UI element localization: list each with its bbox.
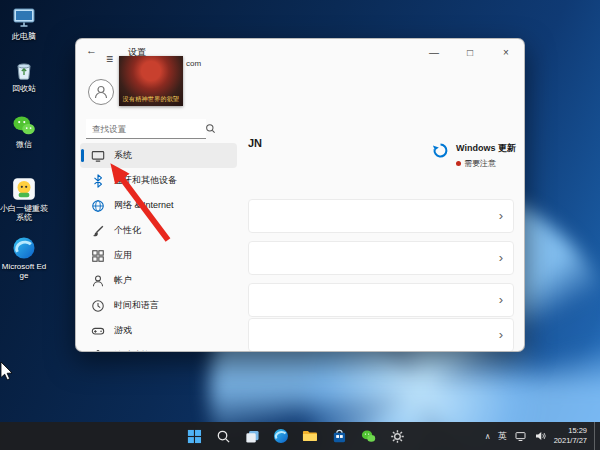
- system-tray: ∧ 英 15:29 2021/7/27: [485, 422, 597, 450]
- nav-item-time-language[interactable]: 时间和语言: [80, 293, 237, 318]
- settings-row[interactable]: ›: [248, 199, 514, 233]
- show-desktop-button[interactable]: [594, 422, 597, 450]
- taskbar-task-view-button[interactable]: [240, 424, 264, 448]
- windows-update-status: 需要注意: [456, 158, 516, 169]
- nav-item-system[interactable]: 系统: [80, 143, 237, 168]
- xiaobai-icon: [11, 176, 37, 202]
- accessibility-icon: [91, 349, 105, 353]
- back-button[interactable]: ←: [86, 44, 97, 56]
- search-input[interactable]: [86, 124, 205, 134]
- apps-icon: [91, 249, 105, 263]
- volume-icon[interactable]: [534, 430, 547, 442]
- nav-label: 帐户: [114, 274, 132, 287]
- folder-icon: [302, 428, 318, 444]
- desktop-icon-label: 小白一键重装系统: [0, 204, 48, 222]
- nav-item-accounts[interactable]: 帐户: [80, 268, 237, 293]
- gear-icon: [389, 429, 404, 444]
- search-icon: [205, 123, 216, 134]
- taskbar: ∧ 英 15:29 2021/7/27: [0, 422, 600, 450]
- this-pc-icon: [11, 6, 37, 30]
- account-avatar[interactable]: [88, 79, 114, 105]
- nav-label: 网络 & Internet: [114, 199, 174, 212]
- photo-caption: 没有精神世界的欲望: [119, 95, 183, 104]
- chevron-right-icon: ›: [499, 208, 503, 223]
- account-email: com: [186, 59, 201, 68]
- chevron-right-icon: ›: [499, 292, 503, 307]
- clock-icon: [91, 299, 105, 313]
- windows-logo-icon: [186, 429, 201, 444]
- nav-label: 辅助功能: [114, 349, 150, 352]
- taskbar-wechat-button[interactable]: [356, 424, 380, 448]
- store-icon: [331, 429, 346, 444]
- window-controls: — □ ×: [416, 39, 524, 65]
- wechat-icon: [11, 114, 37, 138]
- desktop-icon-xiaobai[interactable]: 小白一键重装系统: [0, 176, 48, 222]
- nav-label: 系统: [114, 149, 132, 162]
- tray-time: 15:29: [554, 426, 587, 436]
- wechat-icon: [360, 429, 375, 444]
- gamepad-icon: [91, 324, 105, 338]
- windows-update-icon: [432, 142, 449, 159]
- account-photo: 没有精神世界的欲望: [119, 56, 183, 106]
- personalization-icon: [91, 224, 105, 238]
- tray-overflow-chevron[interactable]: ∧: [485, 432, 491, 441]
- nav-item-network-internet[interactable]: 网络 & Internet: [80, 193, 237, 218]
- desktop-icon-label: Microsoft Edge: [0, 262, 48, 280]
- maximize-button[interactable]: □: [452, 39, 488, 65]
- settings-nav: 系统 蓝牙和其他设备 网络 & Internet 个性化 应用 帐户: [80, 143, 237, 352]
- network-icon[interactable]: [514, 430, 527, 442]
- minimize-button[interactable]: —: [416, 39, 452, 65]
- windows-update-shortcut[interactable]: Windows 更新 需要注意: [432, 142, 516, 169]
- desktop-icon-this-pc[interactable]: 此电脑: [0, 6, 48, 41]
- desktop-icon-wechat[interactable]: 微信: [0, 114, 48, 149]
- edge-icon: [12, 236, 36, 260]
- recycle-bin-icon: [12, 58, 36, 82]
- nav-item-accessibility[interactable]: 辅助功能: [80, 343, 237, 352]
- edge-icon: [273, 428, 289, 444]
- chevron-right-icon: ›: [499, 250, 503, 265]
- nav-label: 蓝牙和其他设备: [114, 174, 177, 187]
- close-button[interactable]: ×: [488, 39, 524, 65]
- settings-window: ← ≡ 设置 — □ × 没有精神世界的欲望 com 系统: [75, 38, 525, 352]
- tray-clock[interactable]: 15:29 2021/7/27: [554, 426, 587, 446]
- settings-row[interactable]: ›: [248, 283, 514, 317]
- tray-date: 2021/7/27: [554, 436, 587, 446]
- nav-item-bluetooth-devices[interactable]: 蓝牙和其他设备: [80, 168, 237, 193]
- nav-item-gaming[interactable]: 游戏: [80, 318, 237, 343]
- desktop-icon-edge[interactable]: Microsoft Edge: [0, 236, 48, 280]
- taskbar-file-explorer-button[interactable]: [298, 424, 322, 448]
- desktop-icon-label: 回收站: [0, 84, 48, 93]
- desktop: 此电脑 回收站 微信 小白一键重装系统 Microsoft Edge ← ≡ 设…: [0, 0, 600, 450]
- nav-label: 应用: [114, 249, 132, 262]
- taskbar-store-button[interactable]: [327, 424, 351, 448]
- hamburger-menu-icon[interactable]: ≡: [106, 52, 113, 66]
- taskbar-start-button[interactable]: [182, 424, 206, 448]
- nav-label: 个性化: [114, 224, 141, 237]
- attention-dot-icon: [456, 161, 461, 166]
- settings-row[interactable]: ›: [248, 318, 514, 352]
- taskbar-center: [182, 422, 409, 450]
- attention-text: 需要注意: [464, 158, 496, 169]
- accounts-icon: [91, 274, 105, 288]
- desktop-icon-label: 微信: [0, 140, 48, 149]
- desktop-icon-recycle-bin[interactable]: 回收站: [0, 58, 48, 93]
- desktop-icon-label: 此电脑: [0, 32, 48, 41]
- nav-label: 时间和语言: [114, 299, 159, 312]
- taskbar-settings-button[interactable]: [385, 424, 409, 448]
- nav-item-personalization[interactable]: 个性化: [80, 218, 237, 243]
- search-icon: [215, 429, 230, 444]
- windows-update-label: Windows 更新: [456, 142, 516, 155]
- nav-label: 游戏: [114, 324, 132, 337]
- mouse-cursor: [0, 362, 14, 382]
- settings-search[interactable]: [86, 119, 206, 139]
- system-icon: [91, 149, 105, 163]
- taskbar-search-button[interactable]: [211, 424, 235, 448]
- tray-ime-indicator[interactable]: 英: [498, 430, 507, 443]
- taskbar-edge-button[interactable]: [269, 424, 293, 448]
- bluetooth-icon: [91, 174, 105, 188]
- chevron-right-icon: ›: [499, 327, 503, 342]
- task-view-icon: [244, 429, 259, 444]
- settings-row[interactable]: ›: [248, 241, 514, 275]
- person-icon: [93, 84, 109, 100]
- nav-item-apps[interactable]: 应用: [80, 243, 237, 268]
